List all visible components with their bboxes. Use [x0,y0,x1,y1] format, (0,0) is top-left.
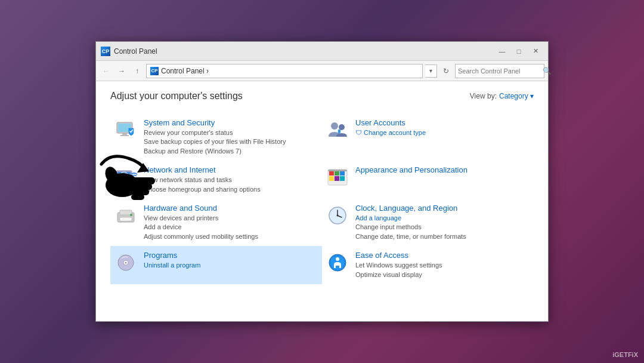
svg-rect-22 [335,171,339,176]
categories-grid: System and Security Review your computer… [110,113,534,284]
svg-rect-26 [340,176,345,181]
system-security-desc1: Review your computer's status [144,128,318,137]
refresh-button[interactable]: ↻ [439,64,453,78]
network-internet-desc2: Choose homegroup and sharing options [144,185,318,194]
breadcrumb-text: Control Panel › [161,67,209,75]
minimize-button[interactable]: — [494,45,510,57]
ease-desc1: Let Windows suggest settings [355,261,530,270]
ease-of-access-content: Ease of Access Let Windows suggest setti… [355,251,530,279]
search-button[interactable]: 🔍 [543,67,552,75]
category-appearance[interactable]: Appearance and Personalization [322,161,534,199]
clock-desc1: Change input methods [355,223,530,232]
category-clock-language[interactable]: Clock, Language, and Region Add a langua… [322,199,534,246]
hardware-sound-desc3: Adjust commonly used mobility settings [144,232,318,241]
ease-desc2: Optimize visual display [355,270,530,279]
svg-rect-23 [340,171,345,176]
window-title: Control Panel [114,47,494,56]
svg-rect-25 [335,176,339,181]
clock-link1[interactable]: Add a language [355,214,530,223]
network-internet-content: Network and Internet View network status… [144,165,318,194]
ease-of-access-title[interactable]: Ease of Access [355,251,530,260]
category-user-accounts[interactable]: User Accounts 🛡 Change account type [322,113,534,161]
svg-point-11 [331,122,338,130]
svg-point-19 [134,177,135,179]
programs-icon [114,251,138,275]
page-title: Adjust your computer's settings [110,91,243,101]
programs-title[interactable]: Programs [144,251,318,260]
system-security-title[interactable]: System and Security [144,118,318,127]
category-hardware-sound[interactable]: Hardware and Sound View devices and prin… [110,199,322,246]
view-by-label: View by: [470,92,497,100]
app-icon: CP [101,47,110,56]
address-bar: ← → ↑ CP Control Panel › ▾ ↻ 🔍 [96,61,548,81]
system-security-desc3: Backup and Restore (Windows 7) [144,147,318,156]
network-internet-title[interactable]: Network and Internet [144,165,318,174]
svg-point-43 [336,257,339,261]
system-security-content: System and Security Review your computer… [144,118,318,156]
programs-link1[interactable]: Uninstall a program [144,261,318,270]
svg-rect-9 [122,133,127,135]
user-accounts-content: User Accounts 🛡 Change account type [355,118,530,137]
appearance-content: Appearance and Personalization [355,165,530,176]
svg-rect-32 [122,219,130,220]
category-system-security[interactable]: System and Security Review your computer… [110,113,322,161]
back-button[interactable]: ← [100,64,113,78]
svg-point-31 [130,214,132,216]
network-internet-desc1: View network status and tasks [144,176,318,184]
hardware-sound-content: Hardware and Sound View devices and prin… [144,204,318,241]
content-area: Adjust your computer's settings View by:… [96,81,548,321]
svg-rect-10 [120,135,129,136]
system-security-icon [114,118,138,142]
svg-rect-21 [329,171,334,176]
window-controls: — □ ✕ [494,45,543,57]
svg-point-12 [339,124,345,130]
watermark: iGETFiX [612,351,638,358]
ease-of-access-icon [326,251,349,275]
close-button[interactable]: ✕ [528,45,543,57]
forward-button[interactable]: → [115,64,128,78]
svg-rect-33 [122,220,128,221]
hardware-sound-title[interactable]: Hardware and Sound [144,204,318,213]
svg-rect-18 [120,183,128,184]
clock-language-icon [326,204,349,227]
hardware-sound-desc2: Add a device [144,223,318,232]
appearance-icon [326,165,349,189]
svg-rect-29 [120,210,132,215]
title-bar: CP Control Panel — □ ✕ [96,42,548,61]
category-ease-of-access[interactable]: Ease of Access Let Windows suggest setti… [322,246,534,284]
address-input[interactable]: CP Control Panel › [146,64,423,78]
control-panel-window: CP Control Panel — □ ✕ ← → ↑ CP Control … [95,41,549,322]
category-programs[interactable]: Programs Uninstall a program [110,246,322,284]
hardware-sound-icon [114,204,138,227]
network-internet-icon [114,165,138,189]
hardware-sound-desc1: View devices and printers [144,214,318,223]
user-accounts-title[interactable]: User Accounts [355,118,530,127]
search-box: 🔍 [455,64,544,78]
user-accounts-link1[interactable]: 🛡 Change account type [355,128,530,137]
user-accounts-icon [326,118,349,142]
clock-language-title[interactable]: Clock, Language, and Region [355,204,530,213]
svg-point-40 [125,262,127,264]
content-header: Adjust your computer's settings View by:… [110,91,534,101]
appearance-title[interactable]: Appearance and Personalization [355,165,530,174]
clock-desc2: Change date, time, or number formats [355,232,530,241]
category-network-internet[interactable]: Network and Internet View network status… [110,161,322,199]
system-security-desc2: Save backup copies of your files with Fi… [144,137,318,146]
svg-rect-17 [122,182,126,183]
svg-rect-27 [328,170,347,171]
clock-language-content: Clock, Language, and Region Add a langua… [355,204,530,241]
up-button[interactable]: ↑ [131,64,144,78]
svg-rect-24 [329,176,334,181]
programs-content: Programs Uninstall a program [144,251,318,270]
search-input[interactable] [458,67,540,75]
address-dropdown-button[interactable]: ▾ [425,64,437,78]
view-by: View by: Category ▾ [470,92,534,100]
maximize-button[interactable]: □ [511,45,527,57]
view-by-dropdown[interactable]: Category ▾ [499,92,534,100]
breadcrumb-icon: CP [150,67,159,75]
